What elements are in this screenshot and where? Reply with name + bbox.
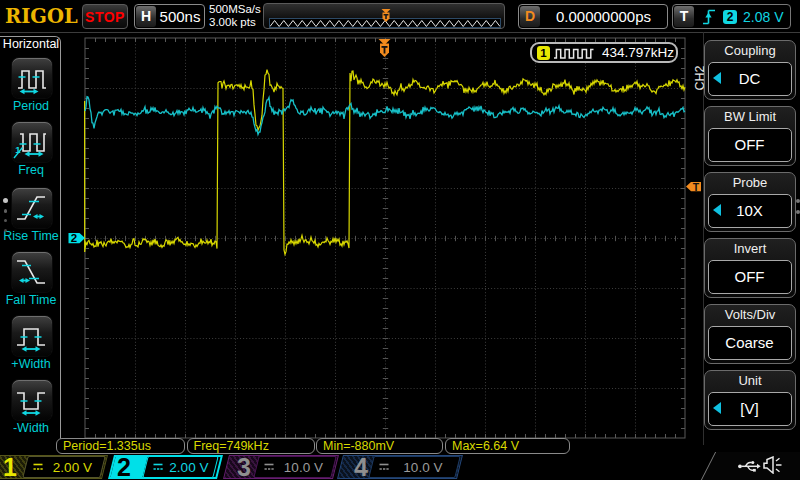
menu-group-bw-limit[interactable]: BW Limit OFF [704, 106, 796, 166]
menu-group-coupling[interactable]: Coupling DC [704, 40, 796, 100]
menu-group-volts-div[interactable]: Volts/Div Coarse [704, 304, 796, 364]
freq-counter-channel-chip: 1 [537, 46, 550, 60]
channel4-scale-box[interactable]: 10.0 V [368, 456, 460, 478]
frequency-counter: 1 434.797kHz [530, 42, 678, 63]
beeper-icon [763, 456, 784, 474]
channel3-scale: 10.0 V [274, 459, 333, 474]
menu-group-value[interactable]: Coarse [708, 326, 792, 360]
measurement-period[interactable]: Period=1.335us [56, 438, 185, 454]
menu-group-value[interactable]: 10X [708, 194, 792, 228]
channel4-dc-coupling-icon [379, 463, 389, 471]
measurement-freq[interactable]: Freq=749kHz [187, 438, 315, 454]
channel1-scale-box[interactable]: 2.00 V [22, 456, 105, 478]
freq-counter-value: 434.797kHz [602, 45, 676, 60]
menu-group-title: Unit [705, 373, 795, 388]
pulse-train-icon [553, 47, 597, 59]
channel1-dc-coupling-icon [33, 463, 43, 471]
menu-group-title: Volts/Div [705, 307, 795, 322]
submenu-triangle-icon [713, 204, 721, 216]
channel3-scale-box[interactable]: 10.0 V [253, 456, 336, 478]
submenu-triangle-icon [713, 402, 721, 414]
graticule: 2 T [0, 0, 800, 480]
menu-group-unit[interactable]: Unit [V] [704, 370, 796, 430]
submenu-triangle-icon [713, 72, 721, 84]
channel3-dc-coupling-icon [264, 463, 274, 471]
channel1-number[interactable]: 1 [3, 455, 17, 479]
channel1-scale: 2.00 V [43, 459, 102, 474]
channel2-scale: 2.00 V [163, 459, 215, 474]
measurement-max[interactable]: Max=6.64 V [445, 438, 570, 454]
menu-group-title: Invert [705, 241, 795, 256]
menu-group-value[interactable]: DC [708, 62, 792, 96]
menu-group-title: Probe [705, 175, 795, 190]
menu-group-value[interactable]: OFF [708, 260, 792, 294]
trigger-level-marker[interactable]: T [686, 181, 701, 193]
channel2-number[interactable]: 2 [117, 455, 131, 479]
channel2-level-marker[interactable]: 2 [69, 232, 86, 244]
menu-group-invert[interactable]: Invert OFF [704, 238, 796, 298]
channel4-scale: 10.0 V [389, 459, 457, 474]
oscilloscope-screen: RIGOL STOP H 500ns 500MSa/s 3.00k pts D … [0, 0, 800, 480]
channel2-dc-coupling-icon [153, 463, 163, 471]
channel4-number[interactable]: 4 [354, 455, 368, 479]
menu-group-title: Coupling [705, 43, 795, 58]
menu-group-title: BW Limit [705, 109, 795, 124]
channel3-number[interactable]: 3 [237, 455, 251, 479]
measurement-min[interactable]: Min=-880mV [316, 438, 443, 454]
right-menu-page-dot [796, 210, 800, 214]
right-menu-page-dot [796, 199, 800, 203]
trace-ch1 [85, 70, 685, 255]
usb-icon [738, 459, 761, 473]
menu-group-value[interactable]: OFF [708, 128, 792, 162]
menu-group-value[interactable]: [V] [708, 392, 792, 426]
svg-text:2: 2 [71, 232, 77, 244]
menu-group-probe[interactable]: Probe 10X [704, 172, 796, 232]
svg-text:T: T [693, 181, 700, 193]
trigger-position-marker[interactable] [379, 39, 391, 57]
channel2-scale-box[interactable]: 2.00 V [142, 456, 218, 478]
